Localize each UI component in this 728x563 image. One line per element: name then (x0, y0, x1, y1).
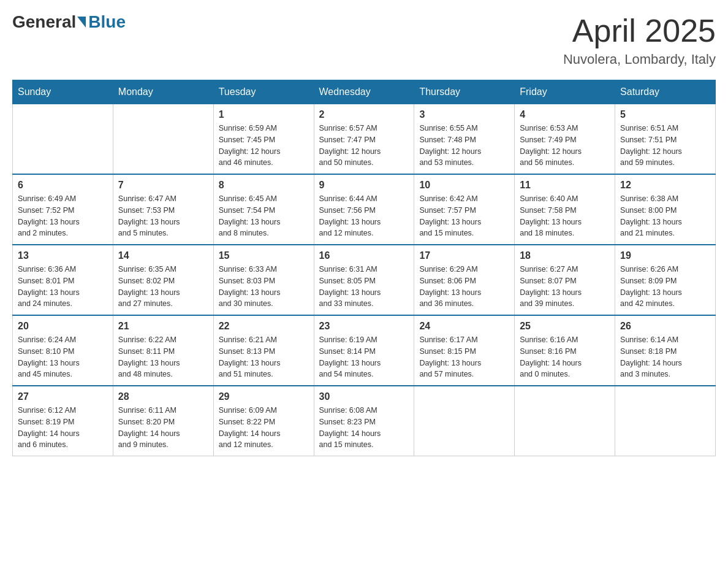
calendar-cell: 6Sunrise: 6:49 AM Sunset: 7:52 PM Daylig… (13, 174, 113, 245)
logo-blue-text: Blue (88, 12, 126, 32)
calendar-cell: 30Sunrise: 6:08 AM Sunset: 8:23 PM Dayli… (314, 386, 414, 456)
location-text: Nuvolera, Lombardy, Italy (563, 52, 716, 67)
day-info: Sunrise: 6:49 AM Sunset: 7:52 PM Dayligh… (18, 193, 108, 239)
calendar-cell: 22Sunrise: 6:21 AM Sunset: 8:13 PM Dayli… (213, 315, 314, 386)
day-number: 28 (118, 391, 208, 402)
day-info: Sunrise: 6:36 AM Sunset: 8:01 PM Dayligh… (18, 264, 108, 310)
calendar-cell: 26Sunrise: 6:14 AM Sunset: 8:18 PM Dayli… (615, 315, 716, 386)
day-number: 10 (419, 180, 509, 191)
calendar-cell: 7Sunrise: 6:47 AM Sunset: 7:53 PM Daylig… (113, 174, 213, 245)
logo-general-text: General (12, 12, 76, 32)
day-number: 8 (219, 180, 309, 191)
calendar-cell (515, 386, 615, 456)
logo-arrow-icon (77, 17, 86, 28)
day-info: Sunrise: 6:26 AM Sunset: 8:09 PM Dayligh… (620, 264, 710, 310)
weekday-header-wednesday: Wednesday (314, 80, 414, 104)
day-number: 16 (319, 250, 409, 261)
day-info: Sunrise: 6:21 AM Sunset: 8:13 PM Dayligh… (219, 334, 309, 380)
calendar-cell: 29Sunrise: 6:09 AM Sunset: 8:22 PM Dayli… (213, 386, 314, 456)
weekday-header-row: SundayMondayTuesdayWednesdayThursdayFrid… (13, 80, 716, 104)
calendar-cell: 16Sunrise: 6:31 AM Sunset: 8:05 PM Dayli… (314, 245, 414, 315)
calendar-week-row: 20Sunrise: 6:24 AM Sunset: 8:10 PM Dayli… (13, 315, 716, 386)
day-number: 15 (219, 250, 309, 261)
day-info: Sunrise: 6:45 AM Sunset: 7:54 PM Dayligh… (219, 193, 309, 239)
calendar-cell: 17Sunrise: 6:29 AM Sunset: 8:06 PM Dayli… (414, 245, 515, 315)
calendar-cell: 12Sunrise: 6:38 AM Sunset: 8:00 PM Dayli… (615, 174, 716, 245)
day-info: Sunrise: 6:33 AM Sunset: 8:03 PM Dayligh… (219, 264, 309, 310)
calendar-cell: 10Sunrise: 6:42 AM Sunset: 7:57 PM Dayli… (414, 174, 515, 245)
day-info: Sunrise: 6:59 AM Sunset: 7:45 PM Dayligh… (219, 123, 309, 169)
day-number: 22 (219, 321, 309, 332)
day-info: Sunrise: 6:40 AM Sunset: 7:58 PM Dayligh… (520, 193, 610, 239)
weekday-header-saturday: Saturday (615, 80, 716, 104)
day-info: Sunrise: 6:24 AM Sunset: 8:10 PM Dayligh… (18, 334, 108, 380)
day-number: 7 (118, 180, 208, 191)
day-number: 1 (219, 109, 309, 120)
calendar-cell: 5Sunrise: 6:51 AM Sunset: 7:51 PM Daylig… (615, 104, 716, 175)
calendar-cell: 2Sunrise: 6:57 AM Sunset: 7:47 PM Daylig… (314, 104, 414, 175)
calendar-cell: 23Sunrise: 6:19 AM Sunset: 8:14 PM Dayli… (314, 315, 414, 386)
weekday-header-friday: Friday (515, 80, 615, 104)
day-info: Sunrise: 6:27 AM Sunset: 8:07 PM Dayligh… (520, 264, 610, 310)
calendar-cell (113, 104, 213, 175)
day-number: 25 (520, 321, 610, 332)
calendar-cell: 11Sunrise: 6:40 AM Sunset: 7:58 PM Dayli… (515, 174, 615, 245)
day-info: Sunrise: 6:55 AM Sunset: 7:48 PM Dayligh… (419, 123, 509, 169)
page-header: General Blue April 2025 Nuvolera, Lombar… (12, 12, 716, 67)
day-number: 6 (18, 180, 108, 191)
day-info: Sunrise: 6:44 AM Sunset: 7:56 PM Dayligh… (319, 193, 409, 239)
calendar-cell: 19Sunrise: 6:26 AM Sunset: 8:09 PM Dayli… (615, 245, 716, 315)
day-info: Sunrise: 6:51 AM Sunset: 7:51 PM Dayligh… (620, 123, 710, 169)
calendar-cell (414, 386, 515, 456)
day-number: 23 (319, 321, 409, 332)
month-title: April 2025 (563, 12, 716, 49)
day-info: Sunrise: 6:12 AM Sunset: 8:19 PM Dayligh… (18, 405, 108, 451)
calendar-cell: 8Sunrise: 6:45 AM Sunset: 7:54 PM Daylig… (213, 174, 314, 245)
calendar-cell: 24Sunrise: 6:17 AM Sunset: 8:15 PM Dayli… (414, 315, 515, 386)
day-info: Sunrise: 6:38 AM Sunset: 8:00 PM Dayligh… (620, 193, 710, 239)
day-number: 3 (419, 109, 509, 120)
day-number: 20 (18, 321, 108, 332)
day-number: 14 (118, 250, 208, 261)
day-number: 24 (419, 321, 509, 332)
day-info: Sunrise: 6:57 AM Sunset: 7:47 PM Dayligh… (319, 123, 409, 169)
day-number: 29 (219, 391, 309, 402)
day-number: 21 (118, 321, 208, 332)
title-section: April 2025 Nuvolera, Lombardy, Italy (563, 12, 716, 67)
calendar-cell: 14Sunrise: 6:35 AM Sunset: 8:02 PM Dayli… (113, 245, 213, 315)
day-number: 2 (319, 109, 409, 120)
day-info: Sunrise: 6:19 AM Sunset: 8:14 PM Dayligh… (319, 334, 409, 380)
day-info: Sunrise: 6:08 AM Sunset: 8:23 PM Dayligh… (319, 405, 409, 451)
day-number: 9 (319, 180, 409, 191)
day-info: Sunrise: 6:11 AM Sunset: 8:20 PM Dayligh… (118, 405, 208, 451)
day-info: Sunrise: 6:42 AM Sunset: 7:57 PM Dayligh… (419, 193, 509, 239)
calendar-cell: 1Sunrise: 6:59 AM Sunset: 7:45 PM Daylig… (213, 104, 314, 175)
calendar-cell: 21Sunrise: 6:22 AM Sunset: 8:11 PM Dayli… (113, 315, 213, 386)
day-number: 26 (620, 321, 710, 332)
day-number: 19 (620, 250, 710, 261)
day-info: Sunrise: 6:14 AM Sunset: 8:18 PM Dayligh… (620, 334, 710, 380)
day-number: 12 (620, 180, 710, 191)
calendar-cell: 20Sunrise: 6:24 AM Sunset: 8:10 PM Dayli… (13, 315, 113, 386)
day-info: Sunrise: 6:09 AM Sunset: 8:22 PM Dayligh… (219, 405, 309, 451)
weekday-header-tuesday: Tuesday (213, 80, 314, 104)
calendar-cell: 13Sunrise: 6:36 AM Sunset: 8:01 PM Dayli… (13, 245, 113, 315)
calendar-cell: 25Sunrise: 6:16 AM Sunset: 8:16 PM Dayli… (515, 315, 615, 386)
calendar-table: SundayMondayTuesdayWednesdayThursdayFrid… (12, 80, 716, 456)
weekday-header-thursday: Thursday (414, 80, 515, 104)
day-info: Sunrise: 6:29 AM Sunset: 8:06 PM Dayligh… (419, 264, 509, 310)
day-info: Sunrise: 6:16 AM Sunset: 8:16 PM Dayligh… (520, 334, 610, 380)
day-number: 18 (520, 250, 610, 261)
calendar-cell (615, 386, 716, 456)
calendar-cell (13, 104, 113, 175)
day-info: Sunrise: 6:22 AM Sunset: 8:11 PM Dayligh… (118, 334, 208, 380)
day-number: 17 (419, 250, 509, 261)
day-number: 27 (18, 391, 108, 402)
day-info: Sunrise: 6:31 AM Sunset: 8:05 PM Dayligh… (319, 264, 409, 310)
day-number: 13 (18, 250, 108, 261)
day-number: 5 (620, 109, 710, 120)
calendar-cell: 28Sunrise: 6:11 AM Sunset: 8:20 PM Dayli… (113, 386, 213, 456)
calendar-week-row: 27Sunrise: 6:12 AM Sunset: 8:19 PM Dayli… (13, 386, 716, 456)
day-number: 11 (520, 180, 610, 191)
weekday-header-sunday: Sunday (13, 80, 113, 104)
